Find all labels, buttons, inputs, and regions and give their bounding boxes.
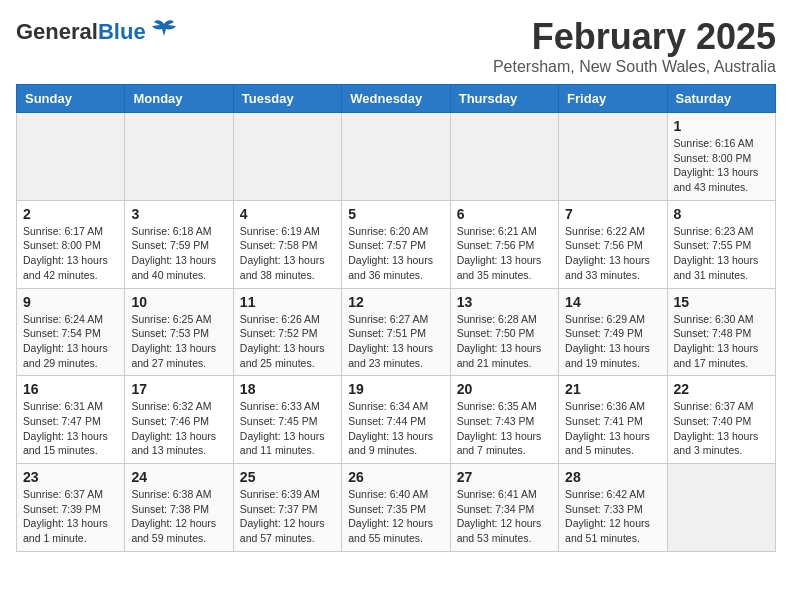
day-number: 4 xyxy=(240,206,335,222)
day-number: 18 xyxy=(240,381,335,397)
calendar-cell: 12Sunrise: 6:27 AM Sunset: 7:51 PM Dayli… xyxy=(342,288,450,376)
calendar-cell: 5Sunrise: 6:20 AM Sunset: 7:57 PM Daylig… xyxy=(342,200,450,288)
calendar-cell: 1Sunrise: 6:16 AM Sunset: 8:00 PM Daylig… xyxy=(667,113,775,201)
day-info: Sunrise: 6:42 AM Sunset: 7:33 PM Dayligh… xyxy=(565,487,660,546)
day-info: Sunrise: 6:37 AM Sunset: 7:39 PM Dayligh… xyxy=(23,487,118,546)
calendar-cell: 21Sunrise: 6:36 AM Sunset: 7:41 PM Dayli… xyxy=(559,376,667,464)
calendar-cell: 6Sunrise: 6:21 AM Sunset: 7:56 PM Daylig… xyxy=(450,200,558,288)
day-number: 23 xyxy=(23,469,118,485)
calendar-cell: 28Sunrise: 6:42 AM Sunset: 7:33 PM Dayli… xyxy=(559,464,667,552)
day-number: 11 xyxy=(240,294,335,310)
day-info: Sunrise: 6:32 AM Sunset: 7:46 PM Dayligh… xyxy=(131,399,226,458)
day-number: 27 xyxy=(457,469,552,485)
weekday-header-row: SundayMondayTuesdayWednesdayThursdayFrid… xyxy=(17,85,776,113)
day-number: 5 xyxy=(348,206,443,222)
title-area: February 2025 Petersham, New South Wales… xyxy=(493,16,776,76)
day-info: Sunrise: 6:27 AM Sunset: 7:51 PM Dayligh… xyxy=(348,312,443,371)
calendar-cell: 17Sunrise: 6:32 AM Sunset: 7:46 PM Dayli… xyxy=(125,376,233,464)
day-number: 17 xyxy=(131,381,226,397)
week-row-4: 16Sunrise: 6:31 AM Sunset: 7:47 PM Dayli… xyxy=(17,376,776,464)
calendar-cell xyxy=(450,113,558,201)
logo-bird-icon xyxy=(150,16,178,49)
weekday-header-monday: Monday xyxy=(125,85,233,113)
day-info: Sunrise: 6:40 AM Sunset: 7:35 PM Dayligh… xyxy=(348,487,443,546)
day-info: Sunrise: 6:17 AM Sunset: 8:00 PM Dayligh… xyxy=(23,224,118,283)
day-number: 25 xyxy=(240,469,335,485)
day-info: Sunrise: 6:18 AM Sunset: 7:59 PM Dayligh… xyxy=(131,224,226,283)
day-info: Sunrise: 6:39 AM Sunset: 7:37 PM Dayligh… xyxy=(240,487,335,546)
day-info: Sunrise: 6:25 AM Sunset: 7:53 PM Dayligh… xyxy=(131,312,226,371)
day-info: Sunrise: 6:16 AM Sunset: 8:00 PM Dayligh… xyxy=(674,136,769,195)
calendar-cell: 3Sunrise: 6:18 AM Sunset: 7:59 PM Daylig… xyxy=(125,200,233,288)
day-info: Sunrise: 6:33 AM Sunset: 7:45 PM Dayligh… xyxy=(240,399,335,458)
calendar-cell: 27Sunrise: 6:41 AM Sunset: 7:34 PM Dayli… xyxy=(450,464,558,552)
calendar-cell: 4Sunrise: 6:19 AM Sunset: 7:58 PM Daylig… xyxy=(233,200,341,288)
calendar-cell: 9Sunrise: 6:24 AM Sunset: 7:54 PM Daylig… xyxy=(17,288,125,376)
day-info: Sunrise: 6:19 AM Sunset: 7:58 PM Dayligh… xyxy=(240,224,335,283)
day-number: 8 xyxy=(674,206,769,222)
day-number: 10 xyxy=(131,294,226,310)
calendar-cell xyxy=(233,113,341,201)
day-info: Sunrise: 6:20 AM Sunset: 7:57 PM Dayligh… xyxy=(348,224,443,283)
day-info: Sunrise: 6:26 AM Sunset: 7:52 PM Dayligh… xyxy=(240,312,335,371)
logo: GeneralBlue xyxy=(16,16,178,49)
weekday-header-friday: Friday xyxy=(559,85,667,113)
week-row-3: 9Sunrise: 6:24 AM Sunset: 7:54 PM Daylig… xyxy=(17,288,776,376)
day-info: Sunrise: 6:24 AM Sunset: 7:54 PM Dayligh… xyxy=(23,312,118,371)
calendar-cell: 13Sunrise: 6:28 AM Sunset: 7:50 PM Dayli… xyxy=(450,288,558,376)
day-info: Sunrise: 6:38 AM Sunset: 7:38 PM Dayligh… xyxy=(131,487,226,546)
day-number: 24 xyxy=(131,469,226,485)
calendar-cell: 18Sunrise: 6:33 AM Sunset: 7:45 PM Dayli… xyxy=(233,376,341,464)
calendar-cell: 16Sunrise: 6:31 AM Sunset: 7:47 PM Dayli… xyxy=(17,376,125,464)
day-number: 15 xyxy=(674,294,769,310)
month-title: February 2025 xyxy=(493,16,776,58)
day-info: Sunrise: 6:36 AM Sunset: 7:41 PM Dayligh… xyxy=(565,399,660,458)
calendar-cell: 15Sunrise: 6:30 AM Sunset: 7:48 PM Dayli… xyxy=(667,288,775,376)
calendar-cell xyxy=(667,464,775,552)
day-number: 28 xyxy=(565,469,660,485)
week-row-2: 2Sunrise: 6:17 AM Sunset: 8:00 PM Daylig… xyxy=(17,200,776,288)
calendar-cell: 23Sunrise: 6:37 AM Sunset: 7:39 PM Dayli… xyxy=(17,464,125,552)
calendar-cell: 24Sunrise: 6:38 AM Sunset: 7:38 PM Dayli… xyxy=(125,464,233,552)
calendar-cell: 20Sunrise: 6:35 AM Sunset: 7:43 PM Dayli… xyxy=(450,376,558,464)
weekday-header-saturday: Saturday xyxy=(667,85,775,113)
day-number: 3 xyxy=(131,206,226,222)
weekday-header-tuesday: Tuesday xyxy=(233,85,341,113)
day-number: 19 xyxy=(348,381,443,397)
day-number: 16 xyxy=(23,381,118,397)
day-info: Sunrise: 6:35 AM Sunset: 7:43 PM Dayligh… xyxy=(457,399,552,458)
calendar-cell: 2Sunrise: 6:17 AM Sunset: 8:00 PM Daylig… xyxy=(17,200,125,288)
day-number: 9 xyxy=(23,294,118,310)
calendar-cell: 7Sunrise: 6:22 AM Sunset: 7:56 PM Daylig… xyxy=(559,200,667,288)
day-info: Sunrise: 6:34 AM Sunset: 7:44 PM Dayligh… xyxy=(348,399,443,458)
weekday-header-wednesday: Wednesday xyxy=(342,85,450,113)
week-row-1: 1Sunrise: 6:16 AM Sunset: 8:00 PM Daylig… xyxy=(17,113,776,201)
day-info: Sunrise: 6:37 AM Sunset: 7:40 PM Dayligh… xyxy=(674,399,769,458)
logo-blue: Blue xyxy=(98,19,146,44)
calendar-cell: 26Sunrise: 6:40 AM Sunset: 7:35 PM Dayli… xyxy=(342,464,450,552)
day-number: 13 xyxy=(457,294,552,310)
day-number: 26 xyxy=(348,469,443,485)
day-number: 20 xyxy=(457,381,552,397)
calendar-cell xyxy=(17,113,125,201)
calendar-cell: 25Sunrise: 6:39 AM Sunset: 7:37 PM Dayli… xyxy=(233,464,341,552)
day-info: Sunrise: 6:23 AM Sunset: 7:55 PM Dayligh… xyxy=(674,224,769,283)
calendar-cell: 10Sunrise: 6:25 AM Sunset: 7:53 PM Dayli… xyxy=(125,288,233,376)
header: GeneralBlue February 2025 Petersham, New… xyxy=(16,16,776,76)
day-info: Sunrise: 6:28 AM Sunset: 7:50 PM Dayligh… xyxy=(457,312,552,371)
day-info: Sunrise: 6:22 AM Sunset: 7:56 PM Dayligh… xyxy=(565,224,660,283)
calendar-cell: 11Sunrise: 6:26 AM Sunset: 7:52 PM Dayli… xyxy=(233,288,341,376)
calendar-cell: 22Sunrise: 6:37 AM Sunset: 7:40 PM Dayli… xyxy=(667,376,775,464)
day-number: 12 xyxy=(348,294,443,310)
day-number: 22 xyxy=(674,381,769,397)
location-title: Petersham, New South Wales, Australia xyxy=(493,58,776,76)
calendar: SundayMondayTuesdayWednesdayThursdayFrid… xyxy=(16,84,776,552)
day-info: Sunrise: 6:30 AM Sunset: 7:48 PM Dayligh… xyxy=(674,312,769,371)
calendar-cell: 19Sunrise: 6:34 AM Sunset: 7:44 PM Dayli… xyxy=(342,376,450,464)
calendar-cell xyxy=(125,113,233,201)
weekday-header-sunday: Sunday xyxy=(17,85,125,113)
calendar-cell: 8Sunrise: 6:23 AM Sunset: 7:55 PM Daylig… xyxy=(667,200,775,288)
day-number: 21 xyxy=(565,381,660,397)
day-number: 14 xyxy=(565,294,660,310)
day-info: Sunrise: 6:31 AM Sunset: 7:47 PM Dayligh… xyxy=(23,399,118,458)
